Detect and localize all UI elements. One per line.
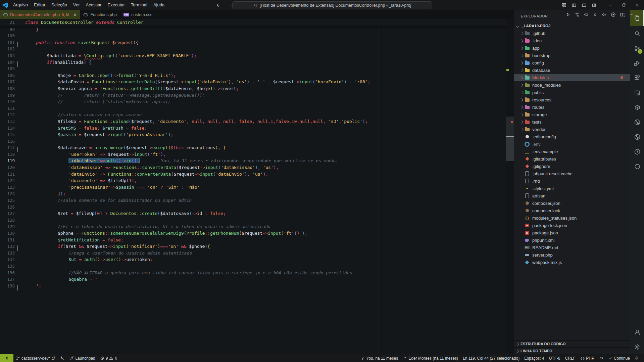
tree-item-phpunit.xml[interactable]: phpunit.xml (514, 236, 631, 244)
activity-extensions[interactable] (630, 71, 644, 85)
tree-item-bootstrap[interactable]: bootstrap (514, 52, 631, 59)
activity-search[interactable] (630, 26, 644, 41)
code-line[interactable]: 119'idAuthUser'=>auth()->id(),You, há 11… (0, 157, 514, 164)
code-line[interactable]: 138'; (0, 283, 514, 289)
tree-item-node_modules[interactable]: node_modules (514, 81, 631, 89)
code-line[interactable]: 130$phone = Functions::somenteNumerosCel… (0, 230, 514, 237)
code-line[interactable]: 116 (0, 138, 514, 145)
maximize-button[interactable] (617, 0, 631, 10)
code-line[interactable]: 137$quebra = ' (0, 276, 514, 283)
code-line[interactable]: 123'precisaAssinar'=>$passin === 'on' ? … (0, 184, 514, 191)
section-code-structure[interactable]: ESTRUTURA DO CÓDIGO (514, 340, 631, 347)
activity-source-control[interactable]: 1 (630, 41, 644, 56)
activity-settings-gear[interactable] (630, 340, 644, 354)
code-line[interactable]: 100 (0, 33, 514, 39)
code-line[interactable]: 102 (0, 46, 514, 52)
more-icon[interactable] (628, 11, 635, 18)
status-PHP[interactable]: {}PHP (578, 356, 597, 361)
tree-item-README.md[interactable]: M↓README.md (514, 244, 631, 251)
tree-item-database[interactable]: database (514, 66, 631, 74)
status-You, há 11 meses[interactable]: You, há 11 meses (358, 356, 400, 361)
tree-item-resources[interactable]: resources (514, 96, 631, 103)
code-line[interactable]: 134$ut = auth()->user()->userToken; (0, 256, 514, 263)
tab-Functions.php[interactable]: Functions.php (80, 10, 120, 19)
status-cactosserv-dev*[interactable]: cactosserv-dev* (13, 356, 58, 361)
code-line[interactable]: 127$ret = $fileUp[0] ? Documentos::creat… (0, 210, 514, 217)
command-center-search[interactable]: [Host de Desenvolvimento de Extensão] Do… (232, 1, 432, 9)
nav-forward-circle-icon[interactable] (601, 11, 607, 18)
menu-item-arquivo[interactable]: Arquivo (10, 0, 31, 10)
code-line[interactable]: 114$retSMS = false; $retPush = false; (0, 125, 514, 132)
status-copilot[interactable] (597, 356, 606, 360)
status-bell[interactable] (632, 356, 641, 360)
toggle-panel-right-icon[interactable] (589, 0, 599, 10)
tree-item-.gitignore[interactable]: .gitignore (514, 163, 631, 170)
tree-item-composer.json[interactable]: composer.json (514, 199, 631, 207)
activity-container[interactable] (630, 100, 644, 115)
split-editor-icon[interactable] (619, 11, 626, 18)
tree-item-.rnd[interactable]: .rnd (514, 177, 631, 185)
activity-ring[interactable] (630, 159, 644, 174)
code-line[interactable]: 118'userToken' => $request->input('ft'), (0, 151, 514, 158)
status-Ln 119, Col 44 (27 selecionado)[interactable]: Ln 119, Col 44 (27 selecionado) (460, 356, 522, 361)
tree-item-.phpunit.result.cache[interactable]: .phpunit.result.cache (514, 170, 631, 177)
tree-item-.editorconfig[interactable]: .editorconfig (514, 133, 631, 140)
status-Eder Moraes (há 11 meses)[interactable]: Eder Moraes (há 11 meses) (400, 356, 460, 361)
minimize-button[interactable] (604, 0, 617, 10)
toggle-panel-left-icon[interactable] (569, 0, 579, 10)
code-line[interactable]: 136//NÃO ALTERAR a quebra para uma linha… (0, 270, 514, 276)
status-CRLF[interactable]: CRLF (563, 356, 578, 361)
menu-item-terminal[interactable]: Terminal (128, 0, 150, 10)
nav-back-circle-icon[interactable] (583, 11, 589, 18)
status-Launchpad[interactable]: Launchpad (67, 356, 97, 361)
toggle-panel-bottom-icon[interactable] (579, 0, 589, 10)
code-line[interactable]: 101public function save(Request $request… (0, 39, 514, 46)
activity-run-debug[interactable] (630, 56, 644, 71)
tree-item-app[interactable]: app (514, 44, 631, 52)
tab-close-icon[interactable]: ✕ (73, 12, 77, 17)
tree-item-composer.lock[interactable]: composer.lock (514, 207, 631, 214)
code-line[interactable]: 133//pega o userToken do usuário admin a… (0, 250, 514, 257)
menu-item-executar[interactable]: Executar (105, 0, 128, 10)
tree-item-tests[interactable]: tests (514, 118, 631, 126)
activity-gitlens[interactable] (630, 115, 644, 130)
minimap-overview-ruler[interactable] (506, 19, 514, 354)
tree-item-.styleci.yml[interactable]: ~.styleci.yml (514, 185, 631, 192)
code-line[interactable]: 103$habilitada = \Config::get('const.env… (0, 52, 514, 59)
tree-item-.github[interactable]: .github (514, 30, 631, 37)
menu-item-acessar[interactable]: Acessar (83, 0, 105, 10)
tree-item-Modules[interactable]: Modules (514, 74, 631, 81)
tree-item-package-lock.json[interactable]: npackage-lock.json (514, 222, 631, 229)
code-line[interactable]: 135 (0, 263, 514, 270)
menu-item-seleção[interactable]: Seleção (48, 0, 70, 10)
tab-DocumentosController.php[interactable]: DocumentosController.php9, M✕ (0, 10, 80, 19)
tree-item-artisan[interactable]: artisan (514, 192, 631, 199)
close-button[interactable] (631, 0, 644, 10)
run-config-icon[interactable] (574, 11, 580, 18)
code-line[interactable]: 124]); (0, 190, 514, 197)
code-line[interactable]: 107$dataEnvio = Functions::converterData… (0, 79, 514, 85)
code-line[interactable]: 104if($habilitada) { (0, 59, 514, 66)
code-line[interactable]: 108$enviar_agora = !Functions::getTimeDi… (0, 85, 514, 92)
remote-indicator[interactable] (0, 354, 13, 362)
status-git-compare[interactable] (58, 356, 67, 360)
code-line[interactable]: 129//FT é o token do usuário destinatari… (0, 223, 514, 230)
sticky-scroll-line[interactable]: 21class DocumentosController extends Con… (0, 19, 514, 26)
code-line[interactable]: 131$retNotification = false; (0, 237, 514, 243)
tree-item-.env.example[interactable]: .env.example (514, 148, 631, 155)
customize-layout-icon[interactable] (559, 0, 569, 10)
fold-chevron-icon[interactable] (17, 284, 18, 291)
nav-circle-icon[interactable] (592, 11, 598, 18)
code-line[interactable]: 113$fileUp = Functions::upload($request,… (0, 118, 514, 125)
code-line[interactable]: 109// return ['status'=>Message::getMess… (0, 92, 514, 99)
code-line[interactable]: 106$hoje = Carbon::now()->format('Y-m-d … (0, 72, 514, 79)
menu-item-ajuda[interactable]: Ajuda (150, 0, 167, 10)
nav-back-icon[interactable] (213, 0, 223, 10)
code-line[interactable]: 111 (0, 105, 514, 112)
status-Continue[interactable]: Continue (606, 356, 632, 361)
menu-item-ver[interactable]: Ver (70, 0, 83, 10)
code-line[interactable]: 115$passin = $request->input('precisaAss… (0, 131, 514, 138)
status-Espaços: 4[interactable]: Espaços: 4 (522, 356, 546, 361)
tree-item-modules_statuses.json[interactable]: {}modules_statuses.json (514, 214, 631, 222)
activity-gitlens-inspect[interactable] (630, 130, 644, 144)
